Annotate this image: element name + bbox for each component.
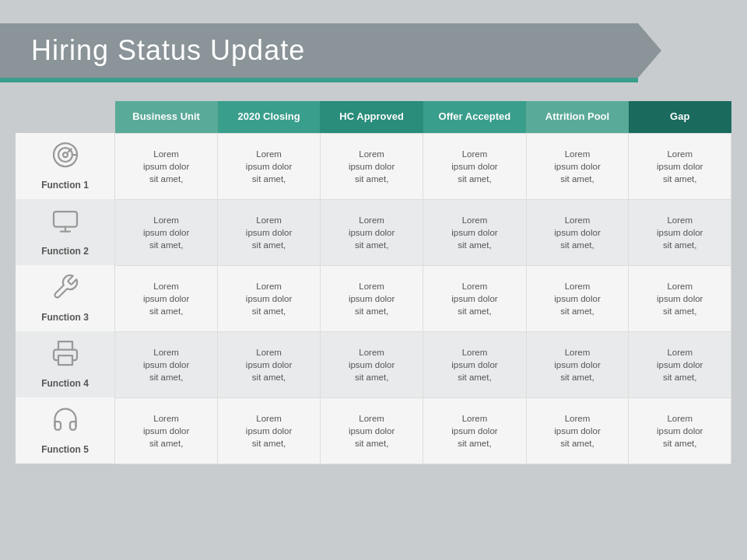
title-banner: Hiring Status Update	[0, 23, 638, 78]
laptop-icon	[25, 207, 105, 243]
function-label-4: Function 4	[25, 377, 105, 390]
cell-row3-col5: Loremipsum dolorsit amet,	[526, 265, 629, 331]
cell-row4-col4: Loremipsum dolorsit amet,	[423, 331, 526, 397]
function-cell-5: Function 5	[16, 397, 115, 464]
cell-row5-col2: Loremipsum dolorsit amet,	[218, 397, 321, 464]
cell-row1-col5: Loremipsum dolorsit amet,	[526, 133, 629, 199]
th-closing: 2020 Closing	[218, 101, 321, 133]
th-function	[16, 101, 115, 133]
th-attrition-pool: Attrition Pool	[526, 101, 629, 133]
cell-row4-col3: Loremipsum dolorsit amet,	[320, 331, 423, 397]
cell-row5-col6: Loremipsum dolorsit amet,	[629, 397, 731, 464]
cell-row1-col2: Loremipsum dolorsit amet,	[218, 133, 321, 199]
th-business-unit: Business Unit	[115, 101, 218, 133]
cell-row5-col1: Loremipsum dolorsit amet,	[115, 397, 218, 464]
cell-row2-col3: Loremipsum dolorsit amet,	[320, 199, 423, 265]
th-offer-accepted: Offer Accepted	[423, 101, 526, 133]
cell-row3-col1: Loremipsum dolorsit amet,	[115, 265, 218, 331]
target-icon	[25, 141, 105, 177]
function-label-1: Function 1	[25, 179, 105, 192]
function-cell-1: Function 1	[16, 133, 115, 199]
main-table-container: Business Unit 2020 Closing HC Approved O…	[16, 101, 731, 544]
table-row: Function 1Loremipsum dolorsit amet,Lorem…	[16, 133, 731, 199]
function-label-2: Function 2	[25, 245, 105, 258]
function-cell-2: Function 2	[16, 199, 115, 265]
th-gap: Gap	[629, 101, 731, 133]
function-label-3: Function 3	[25, 311, 105, 324]
cell-row3-col3: Loremipsum dolorsit amet,	[320, 265, 423, 331]
cell-row1-col3: Loremipsum dolorsit amet,	[320, 133, 423, 199]
printer-icon	[25, 339, 105, 375]
svg-rect-8	[58, 355, 72, 365]
svg-rect-5	[54, 212, 77, 227]
table-row: Function 2Loremipsum dolorsit amet,Lorem…	[16, 199, 731, 265]
cell-row1-col1: Loremipsum dolorsit amet,	[115, 133, 218, 199]
headphones-icon	[25, 405, 105, 441]
cell-row4-col5: Loremipsum dolorsit amet,	[526, 331, 629, 397]
cell-row3-col2: Loremipsum dolorsit amet,	[218, 265, 321, 331]
cell-row1-col6: Loremipsum dolorsit amet,	[629, 133, 731, 199]
cell-row3-col6: Loremipsum dolorsit amet,	[629, 265, 731, 331]
cell-row4-col1: Loremipsum dolorsit amet,	[115, 331, 218, 397]
table-row: Function 4Loremipsum dolorsit amet,Lorem…	[16, 331, 731, 397]
function-cell-3: Function 3	[16, 265, 115, 331]
cell-row2-col4: Loremipsum dolorsit amet,	[423, 199, 526, 265]
cell-row2-col1: Loremipsum dolorsit amet,	[115, 199, 218, 265]
cell-row2-col6: Loremipsum dolorsit amet,	[629, 199, 731, 265]
table-row: Function 3Loremipsum dolorsit amet,Lorem…	[16, 265, 731, 331]
table-header-row: Business Unit 2020 Closing HC Approved O…	[16, 101, 731, 133]
tools-icon	[25, 273, 105, 309]
cell-row3-col4: Loremipsum dolorsit amet,	[423, 265, 526, 331]
svg-point-2	[63, 152, 68, 157]
page-title: Hiring Status Update	[31, 34, 305, 67]
table-row: Function 5Loremipsum dolorsit amet,Lorem…	[16, 397, 731, 464]
cell-row5-col3: Loremipsum dolorsit amet,	[320, 397, 423, 464]
function-label-5: Function 5	[25, 443, 105, 457]
cell-row4-col6: Loremipsum dolorsit amet,	[629, 331, 731, 397]
title-accent-stripe	[0, 78, 638, 82]
cell-row2-col2: Loremipsum dolorsit amet,	[218, 199, 321, 265]
th-hc-approved: HC Approved	[320, 101, 423, 133]
cell-row5-col5: Loremipsum dolorsit amet,	[526, 397, 629, 464]
cell-row2-col5: Loremipsum dolorsit amet,	[526, 199, 629, 265]
cell-row4-col2: Loremipsum dolorsit amet,	[218, 331, 321, 397]
hiring-status-table: Business Unit 2020 Closing HC Approved O…	[16, 101, 731, 464]
function-cell-4: Function 4	[16, 331, 115, 397]
cell-row5-col4: Loremipsum dolorsit amet,	[423, 397, 526, 464]
cell-row1-col4: Loremipsum dolorsit amet,	[423, 133, 526, 199]
